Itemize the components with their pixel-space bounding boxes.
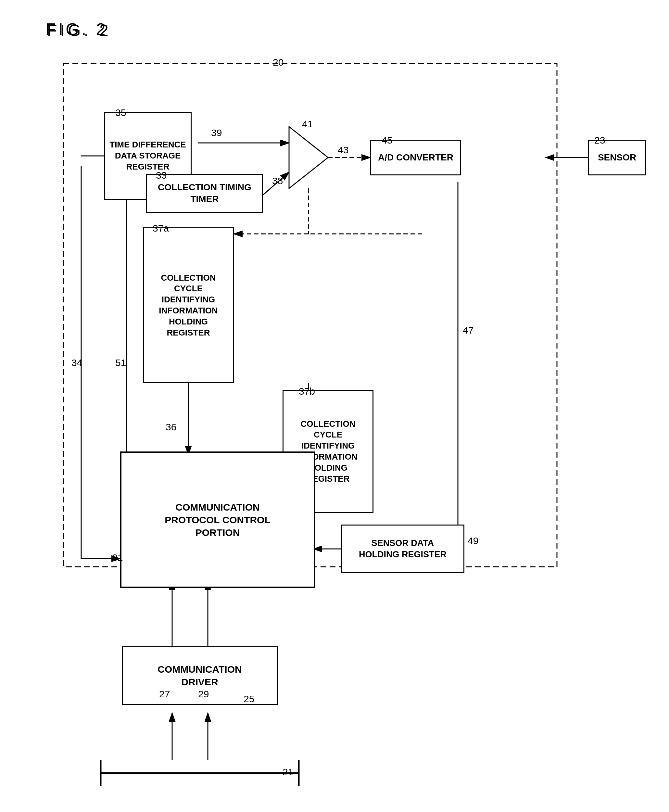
diagram-container: FIG. 2 <box>0 0 669 812</box>
comm-driver-label: COMMUNICATION DRIVER <box>158 663 242 688</box>
time-diff-label: TIME DIFFERENCE DATA STORAGE REGISTER <box>109 140 186 172</box>
mux-symbol <box>289 127 328 188</box>
ref-41: 41 <box>302 119 313 129</box>
ref-47: 47 <box>463 325 474 336</box>
ref-36: 36 <box>166 422 176 433</box>
ref-34: 34 <box>71 357 82 368</box>
ref-20: 20 <box>273 57 284 68</box>
ccir-37a-box: COLLECTION CYCLE IDENTIFYING INFORMATION… <box>143 227 234 383</box>
ref-29: 29 <box>198 689 209 699</box>
sensor-data-label: SENSOR DATA HOLDING REGISTER <box>359 538 447 560</box>
collection-timing-label: COLLECTION TIMING TIMER <box>147 182 262 205</box>
ref-37a: 37a <box>153 223 169 234</box>
ref-25: 25 <box>244 693 254 704</box>
ref-37b: 37b <box>299 386 315 397</box>
ref-38: 38 <box>272 175 283 187</box>
ref-45: 45 <box>382 135 392 146</box>
ref-33: 33 <box>156 170 166 181</box>
ref-51: 51 <box>115 357 126 368</box>
ref-23: 23 <box>594 135 605 146</box>
ref-43: 43 <box>338 145 348 156</box>
sensor-label: SENSOR <box>598 152 636 163</box>
ccir-37a-label: COLLECTION CYCLE IDENTIFYING INFORMATION… <box>159 272 218 338</box>
ref-49: 49 <box>468 535 478 546</box>
ref-31: 31 <box>112 552 123 563</box>
fig-title: FIG. 2 <box>47 21 112 40</box>
ref-27: 27 <box>159 689 170 699</box>
ref-21: 21 <box>282 767 293 778</box>
comm-protocol-label: COMMUNICATION PROTOCOL CONTROL PORTION <box>165 501 271 539</box>
comm-protocol-box: COMMUNICATION PROTOCOL CONTROL PORTION <box>120 451 315 588</box>
ref-35: 35 <box>115 107 126 118</box>
ad-converter-label: A/D CONVERTER <box>378 152 453 163</box>
sensor-data-box: SENSOR DATA HOLDING REGISTER <box>341 525 464 573</box>
ref-39: 39 <box>211 127 222 138</box>
